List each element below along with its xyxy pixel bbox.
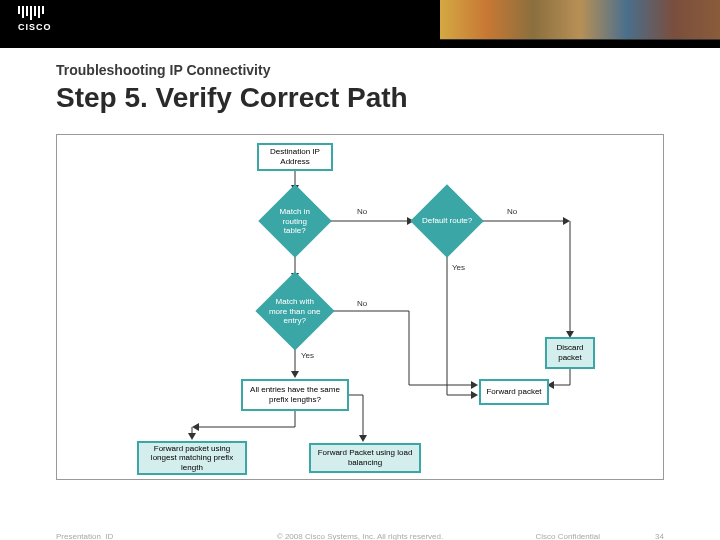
cisco-logo: CISCO (18, 6, 52, 32)
node-forward-packet: Forward packet (479, 379, 549, 405)
footer-presentation-id: Presentation_ID (56, 532, 113, 540)
label-no-2: No (507, 207, 517, 216)
people-banner-image (440, 0, 720, 40)
node-forward-longest-prefix: Forward packet using longest matching pr… (137, 441, 247, 475)
svg-marker-8 (471, 391, 478, 399)
logo-text: CISCO (18, 22, 52, 32)
slide-title: Step 5. Verify Correct Path (56, 82, 720, 114)
node-discard-packet: Discard packet (545, 337, 595, 369)
node-forward-load-balancing: Forward Packet using load balancing (309, 443, 421, 473)
svg-marker-19 (471, 381, 478, 389)
slide-subtitle: Troubleshooting IP Connectivity (56, 62, 720, 78)
svg-marker-29 (188, 433, 196, 440)
svg-marker-5 (563, 217, 570, 225)
node-match-routing-table: Match in routing table? (258, 184, 332, 258)
footer-confidential: Cisco Confidential (536, 532, 600, 540)
svg-marker-27 (359, 435, 367, 442)
label-yes-1: Yes (452, 263, 465, 272)
node-same-prefix-lengths: All entries have the same prefix lengths… (241, 379, 349, 411)
svg-marker-24 (192, 423, 199, 431)
footer-copyright: © 2008 Cisco Systems, Inc. All rights re… (277, 532, 443, 540)
label-no-3: No (357, 299, 367, 308)
svg-marker-21 (291, 371, 299, 378)
node-destination-ip: Destination IP Address (257, 143, 333, 171)
label-no-1: No (357, 207, 367, 216)
node-default-route: Default route? (410, 184, 484, 258)
top-bar: CISCO (0, 0, 720, 48)
slide-header: Troubleshooting IP Connectivity Step 5. … (0, 48, 720, 126)
logo-bars-icon (18, 6, 52, 20)
footer-page-number: 34 (655, 532, 664, 540)
flowchart-container: Destination IP Address Match in routing … (56, 134, 664, 480)
label-yes-2: Yes (301, 351, 314, 360)
node-match-multi-entry: Match with more than one entry? (255, 271, 334, 350)
